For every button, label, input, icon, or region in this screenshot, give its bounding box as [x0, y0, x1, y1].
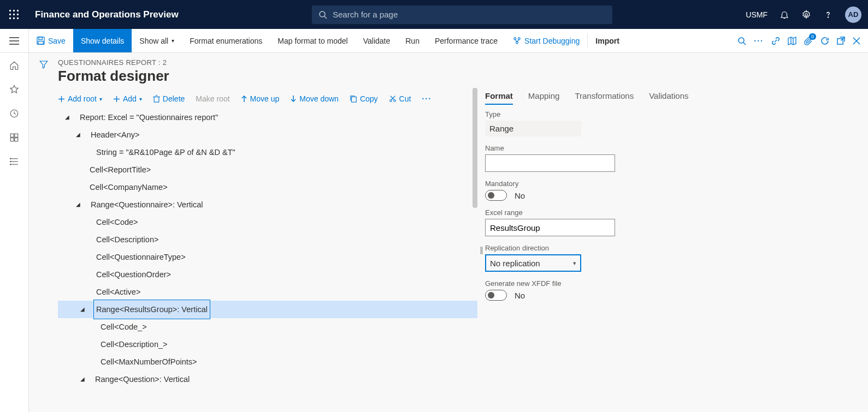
svg-point-54 [393, 100, 395, 102]
svg-point-9 [320, 11, 325, 17]
excel-range-label: Excel range [485, 208, 855, 217]
svg-rect-36 [15, 138, 18, 141]
xfdf-toggle[interactable] [485, 290, 507, 301]
move-down-button[interactable]: Move down [290, 94, 339, 103]
replication-direction-select[interactable]: No replication ▾ [485, 254, 581, 272]
collapse-icon[interactable]: ◢ [62, 109, 72, 126]
tree-row[interactable]: String = "&R&10Page &P of &N &D &T" [58, 144, 477, 161]
tree-row[interactable]: Cell<Active> [58, 283, 477, 301]
map-format-button[interactable]: Map format to model [270, 29, 355, 52]
topbar-right: USMF AD [746, 7, 861, 23]
name-input[interactable] [485, 154, 615, 172]
main-area: QUESTIONNAIRES REPORT : 2 Format designe… [0, 53, 868, 412]
tree-row-selected[interactable]: ◢Range<ResultsGroup>: Vertical [58, 301, 477, 318]
modules-icon[interactable] [9, 157, 19, 166]
tab-mapping[interactable]: Mapping [528, 88, 560, 105]
close-icon[interactable] [853, 37, 860, 45]
tree-row[interactable]: Cell<MaxNumberOfPoints> [58, 353, 477, 371]
tree-row[interactable]: Cell<Code_> [58, 318, 477, 336]
tree-row[interactable]: Cell<QuestionnaireType> [58, 248, 477, 266]
favorites-icon[interactable] [9, 85, 19, 94]
save-button[interactable]: Save [29, 29, 73, 52]
svg-rect-2 [17, 10, 19, 11]
tab-transformations[interactable]: Transformations [575, 88, 634, 105]
add-root-button[interactable]: Add root▾ [58, 94, 102, 103]
gear-icon[interactable] [801, 10, 811, 20]
tab-format[interactable]: Format [485, 88, 513, 105]
svg-rect-0 [9, 10, 11, 11]
tree-row[interactable]: ◢Report: Excel = "Questionnaires report" [58, 109, 477, 126]
svg-line-10 [324, 16, 327, 19]
tree-row[interactable]: ◢Range<Questionnaire>: Vertical [58, 196, 477, 213]
refresh-icon[interactable] [820, 37, 829, 45]
performance-trace-button[interactable]: Performance trace [427, 29, 505, 52]
hamburger-menu[interactable] [0, 29, 29, 52]
tree-row[interactable]: Cell<Description_> [58, 336, 477, 353]
help-icon[interactable] [823, 10, 833, 20]
svg-rect-5 [17, 14, 19, 15]
chevron-down-icon: ▾ [99, 96, 102, 102]
svg-rect-7 [13, 17, 15, 19]
link-icon[interactable] [771, 37, 780, 45]
excel-range-input[interactable] [485, 219, 615, 236]
cut-button[interactable]: Cut [389, 94, 411, 103]
tree-row[interactable]: ◢Range<Question>: Vertical [58, 371, 477, 388]
home-icon[interactable] [9, 61, 19, 70]
tree-row[interactable]: Cell<CompanyName> [58, 178, 477, 196]
funnel-icon[interactable] [39, 59, 49, 412]
pane-divider[interactable]: ‖ [477, 88, 485, 412]
tab-validations[interactable]: Validations [649, 88, 688, 105]
product-title: Finance and Operations Preview [35, 9, 179, 20]
move-up-button[interactable]: Move up [241, 94, 280, 103]
format-enumerations-button[interactable]: Format enumerations [182, 29, 270, 52]
collapse-icon[interactable]: ◢ [78, 301, 87, 318]
svg-point-20 [518, 38, 520, 40]
popout-icon[interactable] [837, 37, 845, 45]
start-debugging-button[interactable]: Start Debugging [505, 29, 587, 52]
search-input[interactable] [333, 10, 606, 19]
workspaces-icon[interactable] [9, 133, 19, 142]
tree-row[interactable]: Cell<QuestionOrder> [58, 266, 477, 283]
copy-button[interactable]: Copy [350, 94, 378, 103]
show-all-button[interactable]: Show all▾ [132, 29, 182, 52]
map-icon[interactable] [788, 37, 796, 45]
name-label: Name [485, 144, 855, 152]
show-details-button[interactable]: Show details [73, 29, 132, 52]
more-ellipsis-icon[interactable]: ··· [754, 37, 764, 45]
make-root-button: Make root [196, 94, 229, 103]
svg-point-53 [389, 100, 392, 102]
tree-row[interactable]: Cell<ReportTitle> [58, 161, 477, 178]
validate-button[interactable]: Validate [356, 29, 398, 52]
mandatory-label: Mandatory [485, 180, 855, 188]
run-button[interactable]: Run [398, 29, 427, 52]
company-code[interactable]: USMF [746, 10, 767, 19]
delete-button[interactable]: Delete [153, 94, 185, 103]
tree-row[interactable]: Cell<Description> [58, 231, 477, 248]
notifications-icon[interactable] [780, 10, 789, 20]
format-tree[interactable]: ◢Report: Excel = "Questionnaires report"… [58, 109, 477, 388]
attachments-icon[interactable]: 0 [804, 37, 813, 45]
breadcrumb: QUESTIONNAIRES REPORT : 2 [58, 58, 868, 67]
tree-more-icon[interactable]: ··· [422, 94, 432, 103]
recent-icon[interactable] [9, 109, 19, 118]
import-button[interactable]: Import [588, 29, 627, 52]
search-icon [318, 10, 333, 19]
scrollbar-thumb[interactable] [473, 88, 477, 208]
add-button[interactable]: Add▾ [113, 94, 142, 103]
svg-rect-17 [39, 37, 43, 40]
avatar[interactable]: AD [845, 7, 861, 23]
search-command-icon[interactable] [737, 37, 746, 45]
collapse-icon[interactable]: ◢ [78, 371, 87, 388]
collapse-icon[interactable]: ◢ [73, 196, 83, 213]
tree-row[interactable]: Cell<Code> [58, 213, 477, 231]
svg-point-24 [739, 38, 744, 43]
app-launcher-icon[interactable] [7, 7, 22, 22]
tree-row[interactable]: ◢Header<Any> [58, 126, 477, 144]
type-label: Type [485, 110, 855, 118]
mandatory-toggle[interactable] [485, 190, 507, 201]
svg-point-11 [805, 13, 808, 16]
svg-point-12 [828, 16, 828, 17]
xfdf-label: Generate new XFDF file [485, 279, 855, 288]
global-search[interactable] [312, 5, 612, 24]
collapse-icon[interactable]: ◢ [73, 126, 83, 144]
